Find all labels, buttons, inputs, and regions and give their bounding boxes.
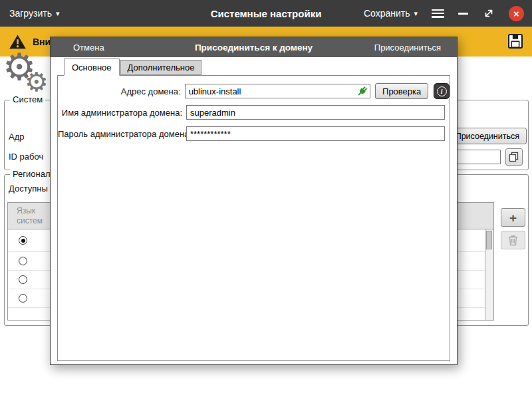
info-button[interactable]: i	[434, 83, 450, 99]
tab-additional[interactable]: Дополнительное	[120, 60, 202, 75]
admin-name-row: Имя администратора домена:	[58, 105, 450, 120]
admin-password-row: Пароль администратора домена:	[58, 126, 450, 141]
trash-icon	[508, 235, 518, 246]
admin-password-label: Пароль администратора домена:	[58, 129, 186, 139]
load-menu-label: Загрузить	[9, 8, 52, 19]
domain-address-input-wrap	[185, 84, 370, 98]
join-button[interactable]: Присоединиться	[448, 128, 527, 144]
close-button[interactable]: ×	[509, 6, 524, 21]
expand-icon	[483, 7, 495, 19]
caret-down-icon: ▾	[414, 9, 418, 18]
radio-button[interactable]	[19, 275, 27, 284]
domain-address-label: Адрес домена:	[58, 86, 185, 96]
save-menu-button[interactable]: Сохранить ▾	[364, 8, 418, 19]
radio-button[interactable]	[19, 236, 27, 245]
screen: Загрузить ▾ Системные настройки Сохранит…	[0, 0, 532, 399]
admin-password-input[interactable]	[186, 126, 445, 141]
dialog-titlebar: Отмена Присоединиться к домену Присоедин…	[51, 37, 457, 57]
domain-address-input[interactable]	[185, 84, 370, 98]
minimize-icon	[458, 13, 468, 15]
admin-name-label: Имя администратора домена:	[58, 108, 186, 118]
dialog-join-button[interactable]: Присоединиться	[374, 43, 441, 53]
join-domain-dialog: Отмена Присоединиться к домену Присоедин…	[50, 37, 458, 365]
domain-address-row: Адрес домена: Проверка i	[58, 84, 450, 98]
window-title: Системные настройки	[211, 8, 322, 19]
save-menu-label: Сохранить	[364, 8, 410, 19]
copy-icon	[509, 152, 519, 162]
regional-group-label: Регионал	[10, 169, 53, 179]
expand-button[interactable]	[483, 7, 495, 19]
toolbar-right-group: Сохранить ▾ ×	[364, 6, 524, 21]
dialog-content: Адрес домена: Проверка i	[57, 75, 450, 361]
admin-name-input[interactable]	[186, 105, 445, 120]
radio-button[interactable]	[19, 294, 27, 303]
gear-icon: ⚙	[25, 68, 49, 95]
workstation-id-label: ID рабоч	[9, 152, 43, 162]
check-button[interactable]: Проверка	[375, 83, 428, 99]
scrollbar-thumb[interactable]	[486, 231, 492, 249]
table-scrollbar[interactable]	[485, 229, 493, 320]
info-icon: i	[437, 86, 447, 96]
floppy-icon	[507, 33, 524, 50]
delete-button[interactable]	[501, 231, 525, 249]
tab-main[interactable]: Основное	[64, 59, 120, 76]
copy-button[interactable]	[505, 148, 523, 166]
dialog-title: Присоединиться к домену	[195, 43, 313, 53]
address-label: Адр	[9, 132, 25, 142]
hamburger-bar	[432, 16, 444, 18]
available-label: Доступны	[9, 184, 48, 194]
minimize-button[interactable]	[458, 7, 469, 19]
load-menu-button[interactable]: Загрузить ▾	[9, 8, 59, 19]
plus-icon: +	[509, 211, 517, 224]
hamburger-menu-button[interactable]	[432, 9, 444, 18]
dialog-cancel-button[interactable]: Отмена	[73, 43, 104, 53]
dialog-tabs: Основное Дополнительное	[51, 57, 457, 75]
system-group-label: Систем	[10, 94, 45, 104]
close-icon: ×	[513, 8, 519, 19]
caret-down-icon: ▾	[56, 9, 60, 18]
hamburger-bar	[432, 9, 444, 11]
save-to-disk-button[interactable]	[504, 30, 527, 53]
hamburger-bar	[432, 13, 444, 15]
radio-button[interactable]	[19, 257, 27, 265]
add-button[interactable]: +	[501, 208, 525, 227]
top-toolbar: Загрузить ▾ Системные настройки Сохранит…	[0, 0, 532, 27]
